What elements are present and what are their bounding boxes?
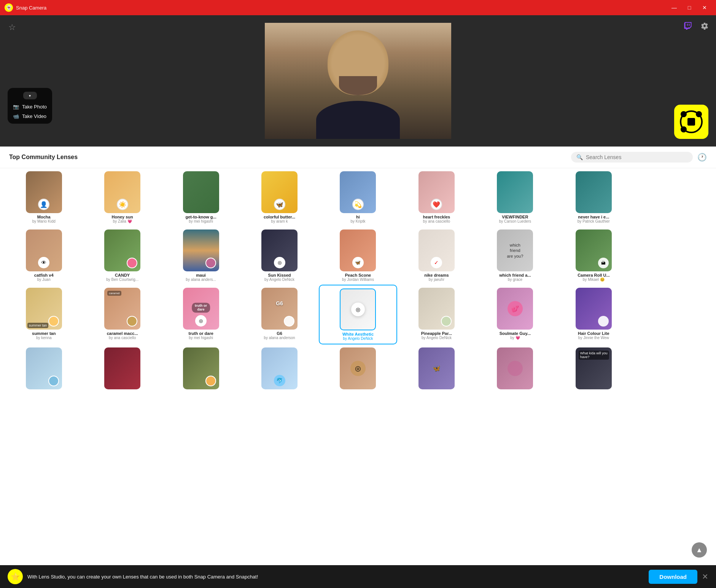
lens-thumbnail: [497, 171, 533, 213]
list-item[interactable]: which friendare you? which friend a... b…: [476, 226, 554, 285]
list-item[interactable]: 🏔 Camera Roll U... by Mikael 😊: [554, 226, 633, 285]
lens-thumbnail: which friendare you?: [497, 229, 533, 271]
lens-thumbnail: ◎: [261, 229, 298, 271]
lens-name: never have i e...: [578, 215, 609, 219]
list-item[interactable]: caramel caramel macc... by ana casciello: [83, 285, 161, 344]
list-item[interactable]: get-to-know g... by mei higashi: [162, 168, 240, 226]
list-item[interactable]: ◎ Sun Kissed by Angelo DeNick: [240, 226, 318, 285]
close-button[interactable]: ✕: [698, 2, 711, 14]
lens-author: by alana anderson: [264, 336, 295, 340]
lens-name: hi: [356, 215, 360, 219]
search-input[interactable]: [586, 154, 687, 160]
list-item[interactable]: 🦋 Peach Scone by Jordan Williams: [319, 226, 397, 285]
list-item[interactable]: [162, 344, 240, 394]
title-bar-left: 👻 Snap Camera: [5, 3, 46, 12]
lens-author: by Jinnie the Wew: [578, 336, 609, 340]
scroll-top-button[interactable]: ▲: [692, 542, 707, 558]
list-item[interactable]: ❤️ heart freckles by ana casciello: [397, 168, 476, 226]
lens-name: Sun Kissed: [268, 273, 291, 277]
list-item[interactable]: ◎ White Aesthetic by Angelo DeNick: [319, 285, 397, 344]
list-item[interactable]: [83, 344, 161, 394]
list-item[interactable]: summer tan summer tan by kenna: [5, 285, 83, 344]
settings-button[interactable]: [698, 20, 711, 33]
list-item[interactable]: truth or dare ◎ truth or dare by mei hig…: [162, 285, 240, 344]
lens-thumbnail: 💕: [497, 288, 533, 330]
camera-feed: [265, 23, 451, 139]
lens-name: heart freckles: [423, 215, 450, 219]
lens-thumbnail: summer tan: [26, 288, 62, 330]
lens-name: CANDY: [115, 273, 130, 277]
download-button[interactable]: Download: [649, 570, 697, 584]
list-item[interactable]: 🦋: [397, 344, 476, 394]
lens-grid-row2: 👁 catfish v4 by Juan CANDY by Ben Courtw…: [0, 226, 716, 285]
list-item[interactable]: 💫 hi by Kriptk: [319, 168, 397, 226]
lens-thumbnail: [183, 171, 219, 213]
list-item[interactable]: Pineapple Par... by Angelo DeNick: [397, 285, 476, 344]
lens-grid-row4: 🐬 ◎ 🦋 What ki: [0, 344, 716, 394]
search-bar: Top Community Lenses 🔍 🕐: [0, 147, 716, 168]
lens-name: Honey sun: [112, 215, 133, 219]
lens-thumbnail: [576, 171, 612, 213]
lens-thumbnail: G6: [261, 288, 298, 330]
lens-author: by alana anders...: [186, 277, 216, 282]
lens-thumbnail: 🐬: [261, 347, 298, 389]
lens-author: by mei higashi: [189, 336, 213, 340]
lens-icon: 👤: [38, 199, 49, 210]
maximize-button[interactable]: □: [683, 2, 696, 14]
lens-name: Camera Roll U...: [578, 273, 609, 277]
list-item[interactable]: 🦋 colorful butter... by aram k: [240, 168, 318, 226]
take-video-button[interactable]: 📹 Take Video: [13, 113, 47, 120]
search-input-wrap: 🔍: [571, 152, 693, 163]
lens-name: get-to-know g...: [185, 215, 216, 219]
lens-thumbnail: ◎: [340, 347, 376, 389]
list-item[interactable]: ☀️ Honey sun by Zalia 💗: [83, 168, 161, 226]
list-item[interactable]: 🐬: [240, 344, 318, 394]
lens-thumbnail: What kida will youhave?: [576, 347, 612, 389]
list-item[interactable]: What kida will youhave?: [554, 344, 633, 394]
list-item[interactable]: maui by alana anders...: [162, 226, 240, 285]
favorite-button[interactable]: ☆: [5, 20, 20, 35]
lens-thumbnail: [26, 347, 62, 389]
lens-thumbnail: 👤: [26, 171, 62, 213]
lens-name: summer tan: [32, 331, 56, 336]
collapse-button[interactable]: ▾: [23, 92, 37, 99]
banner-close-button[interactable]: ✕: [702, 572, 708, 581]
list-item[interactable]: [476, 344, 554, 394]
lens-name: VIEWFINDER: [502, 215, 528, 219]
list-item[interactable]: ◎: [319, 344, 397, 394]
lens-icon: 💫: [352, 199, 364, 210]
minimize-button[interactable]: —: [667, 2, 681, 14]
list-item[interactable]: 👁 catfish v4 by Juan: [5, 226, 83, 285]
camera-content: [265, 23, 451, 139]
lens-name: Mocha: [37, 215, 51, 219]
lens-author: by Carson Lueders: [499, 219, 531, 223]
list-item[interactable]: 💕 Soulmate Guy... by 💗: [476, 285, 554, 344]
lens-thumbnail: ☀️: [104, 171, 140, 213]
take-photo-button[interactable]: 📷 Take Photo: [13, 103, 47, 110]
lens-thumbnail: [183, 347, 219, 389]
main-content: Top Community Lenses 🔍 🕐 👤 Mocha by Mari…: [0, 147, 716, 565]
list-item[interactable]: CANDY by Ben Courtwrig...: [83, 226, 161, 285]
lens-author: by Mikael 😊: [583, 277, 605, 282]
lens-thumbnail: 👁: [26, 229, 62, 271]
list-item[interactable]: ✓ nike dreams by jaeuhr: [397, 226, 476, 285]
lens-author: by Juan: [37, 277, 51, 282]
list-item[interactable]: VIEWFINDER by Carson Lueders: [476, 168, 554, 226]
lens-name: nike dreams: [424, 273, 449, 277]
lens-author: by Ben Courtwrig...: [106, 277, 138, 282]
lens-grid-top: 👤 Mocha by Mario Kidd ☀️ Honey sun by Za…: [0, 168, 716, 226]
search-icon: 🔍: [576, 154, 583, 160]
history-button[interactable]: 🕐: [697, 153, 707, 162]
lens-thumbnail: 🏔: [576, 229, 612, 271]
lens-thumbnail: [183, 229, 219, 271]
list-item[interactable]: G6 G6 by alana anderson: [240, 285, 318, 344]
list-item[interactable]: Hair Colour Lite by Jinnie the Wew: [554, 285, 633, 344]
lens-author: by jaeuhr: [429, 277, 444, 282]
list-item[interactable]: 👤 Mocha by Mario Kidd: [5, 168, 83, 226]
list-item[interactable]: [5, 344, 83, 394]
list-item[interactable]: never have i e... by Patrick Gauthier: [554, 168, 633, 226]
lens-icon: ☀️: [117, 199, 128, 210]
lens-name: caramel macc...: [107, 331, 138, 336]
twitch-button[interactable]: [681, 20, 695, 33]
lens-thumbnail: caramel: [104, 288, 140, 330]
